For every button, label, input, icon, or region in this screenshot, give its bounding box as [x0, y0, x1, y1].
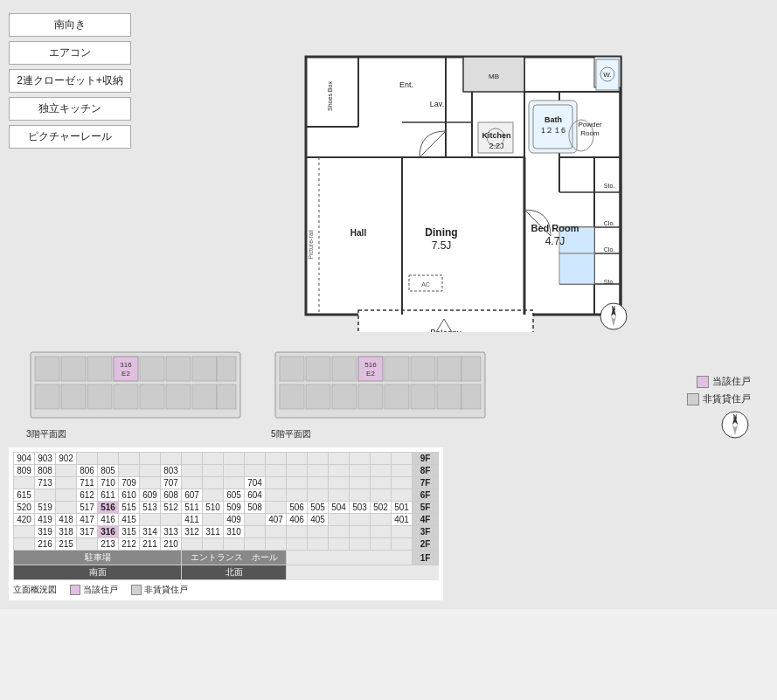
cell-506: 506 — [287, 502, 308, 514]
svg-text:E2: E2 — [121, 370, 130, 378]
cell-213: 213 — [98, 538, 119, 551]
cell-empty-9f-1 — [77, 453, 98, 465]
svg-text:Room: Room — [580, 129, 600, 137]
cell-312: 312 — [182, 526, 203, 538]
cell-empty-9f-10 — [266, 453, 287, 465]
cell-318: 318 — [56, 526, 77, 538]
cell-empty-9f-5 — [161, 453, 182, 465]
cell-314: 314 — [140, 526, 161, 538]
cell-empty-3f-9 — [392, 526, 413, 538]
legend-footer-non-rental: 非賃貸住戸 — [131, 584, 188, 596]
cell-empty-6f-1 — [35, 489, 56, 502]
cell-empty-5f-1 — [56, 502, 77, 514]
floor-label-3f: 3F — [413, 526, 439, 538]
top-section: 南向き エアコン 2連クローゼット+収納 独立キッチン ピクチャーレール — [9, 9, 768, 341]
cell-empty-2f-2 — [77, 538, 98, 551]
floor-map-5f-svg: 516 E2 — [271, 348, 489, 426]
cell-420: 420 — [14, 514, 35, 526]
cell-empty-8f-8 — [266, 465, 287, 477]
cell-empty-3f-5 — [308, 526, 329, 538]
svg-text:Lav.: Lav. — [429, 100, 443, 108]
cell-211: 211 — [140, 538, 161, 551]
svg-rect-81 — [217, 385, 236, 409]
floorplan-svg: Dining 7.5J Bed Room 4.7J Kitchen 2.2J B… — [271, 9, 638, 332]
cell-empty-8f-9 — [287, 465, 308, 477]
cell-empty-7f-4 — [182, 477, 203, 489]
svg-text:4.7J: 4.7J — [545, 235, 565, 247]
svg-rect-73 — [217, 357, 236, 381]
legend-current-box — [697, 376, 709, 388]
cell-empty-7f-2 — [56, 477, 77, 489]
svg-rect-91 — [437, 357, 461, 381]
cell-empty-7f-10 — [329, 477, 350, 489]
cell-612: 612 — [77, 489, 98, 502]
cell-south: 南面 — [14, 565, 182, 580]
grid-row-8f: 809 808 806 805 803 — [14, 465, 439, 477]
cell-empty-9f-9 — [245, 453, 266, 465]
floor-label-9f: 9F — [413, 453, 439, 465]
floor-map-3f-label: 3階平面図 — [26, 428, 66, 440]
svg-text:Clo.: Clo. — [603, 246, 614, 253]
grid-row-3f: 319 318 317 316 315 314 313 312 311 310 — [14, 526, 439, 538]
cell-empty-8f-10 — [308, 465, 329, 477]
bottom-section: 904 903 902 — [9, 447, 768, 600]
svg-text:N: N — [611, 305, 615, 311]
svg-rect-77 — [114, 385, 138, 409]
cell-empty-7f-3 — [140, 477, 161, 489]
svg-text:Ent.: Ent. — [399, 80, 413, 89]
cell-511: 511 — [182, 502, 203, 514]
cell-604: 604 — [245, 489, 266, 502]
cell-parking: 駐車場 — [14, 551, 182, 565]
cell-empty-9f-16 — [392, 453, 413, 465]
cell-empty-8f-12 — [350, 465, 371, 477]
cell-empty-9f-4 — [140, 453, 161, 465]
svg-text:Shoes Box: Shoes Box — [327, 81, 333, 111]
cell-empty-9f-11 — [287, 453, 308, 465]
cell-212: 212 — [119, 538, 140, 551]
cell-709: 709 — [119, 477, 140, 489]
cell-empty-2f-4 — [203, 538, 224, 551]
cell-809: 809 — [14, 465, 35, 477]
cell-502: 502 — [371, 502, 392, 514]
cell-503: 503 — [350, 502, 371, 514]
compass: N — [599, 301, 629, 332]
cell-empty-6f-9 — [371, 489, 392, 502]
legend-footer-current: 当該住戸 — [70, 584, 118, 596]
cell-empty-9f-7 — [203, 453, 224, 465]
svg-rect-78 — [140, 385, 164, 409]
cell-707: 707 — [161, 477, 182, 489]
cell-216: 216 — [35, 538, 56, 551]
cell-empty-7f-5 — [203, 477, 224, 489]
cell-empty-6f-8 — [350, 489, 371, 502]
legend-non-rental: 非賃貸住戸 — [687, 392, 751, 405]
cell-empty-9f-12 — [308, 453, 329, 465]
legend-footer-current-label: 当該住戸 — [83, 584, 118, 596]
grid-row-1f-parking: 駐車場 エントランス ホール 1F — [14, 551, 439, 565]
cell-902: 902 — [56, 453, 77, 465]
cell-empty-2f-13 — [392, 538, 413, 551]
cell-empty-9f-6 — [182, 453, 203, 465]
diagram-label: 立面概況図 — [13, 584, 57, 596]
cell-417: 417 — [77, 514, 98, 526]
cell-empty-9f-3 — [119, 453, 140, 465]
floor-map-5f: 516 E2 5階平面図 — [271, 348, 489, 440]
cell-611: 611 — [98, 489, 119, 502]
cell-311: 311 — [203, 526, 224, 538]
cell-empty-3f-1 — [14, 526, 35, 538]
cell-508: 508 — [245, 502, 266, 514]
cell-empty-2f-3 — [182, 538, 203, 551]
cell-empty-8f-14 — [392, 465, 413, 477]
cell-904: 904 — [14, 453, 35, 465]
cell-empty-4f-2 — [161, 514, 182, 526]
cell-808: 808 — [35, 465, 56, 477]
cell-512: 512 — [161, 502, 182, 514]
svg-text:E2: E2 — [366, 370, 375, 378]
floor-label-2f: 2F — [413, 538, 439, 551]
legend-non-rental-label: 非賃貸住戸 — [703, 392, 751, 405]
svg-text:Powder: Powder — [578, 121, 601, 128]
svg-text:Sto.: Sto. — [603, 183, 614, 189]
feature-tag-3: 独立キッチン — [9, 97, 131, 121]
cell-607: 607 — [182, 489, 203, 502]
grid-row-direction: 南面 北面 — [14, 565, 439, 580]
cell-615: 615 — [14, 489, 35, 502]
